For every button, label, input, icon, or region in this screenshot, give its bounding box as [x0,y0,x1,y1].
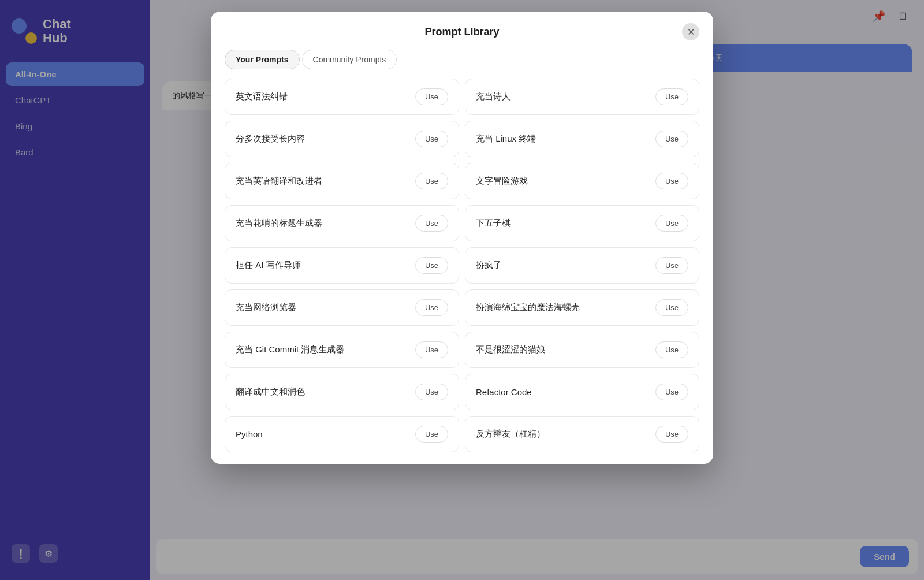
prompt-item: 充当花哨的标题生成器Use [225,205,459,241]
modal-overlay[interactable]: Prompt Library ✕ Your Prompts Community … [0,0,924,580]
prompt-item: 反方辩友（杠精）Use [465,416,699,452]
prompt-item: 充当网络浏览器Use [225,289,459,326]
prompt-item: 担任 AI 写作导师Use [225,247,459,284]
prompt-item: 扮演海绵宝宝的魔法海螺壳Use [465,289,699,326]
prompt-item: 文字冒险游戏Use [465,163,699,199]
prompt-name: 不是很涩涩的猫娘 [476,344,545,355]
use-prompt-button[interactable]: Use [655,384,688,400]
modal-close-button[interactable]: ✕ [682,23,699,40]
prompt-item: 充当英语翻译和改进者Use [225,163,459,199]
use-prompt-button[interactable]: Use [655,299,688,316]
prompt-name: 充当花哨的标题生成器 [236,218,322,229]
prompt-list: 英文语法纠错Use充当诗人Use分多次接受长内容Use充当 Linux 终端Us… [211,76,713,464]
prompt-name: Refactor Code [476,387,532,397]
prompt-name: Python [236,429,263,439]
use-prompt-button[interactable]: Use [415,131,448,147]
prompt-name: 充当网络浏览器 [236,302,296,313]
modal-title: Prompt Library [242,26,682,38]
prompt-library-modal: Prompt Library ✕ Your Prompts Community … [211,12,713,464]
prompt-name: 充当 Git Commit 消息生成器 [236,344,344,355]
prompt-item: 充当 Linux 终端Use [465,121,699,157]
prompt-item: 不是很涩涩的猫娘Use [465,332,699,368]
prompt-name: 充当诗人 [476,91,511,102]
tab-community-prompts[interactable]: Community Prompts [302,50,397,69]
prompt-name: 分多次接受长内容 [236,133,305,144]
use-prompt-button[interactable]: Use [415,88,448,105]
use-prompt-button[interactable]: Use [655,173,688,189]
use-prompt-button[interactable]: Use [415,299,448,316]
prompt-item: PythonUse [225,416,459,452]
use-prompt-button[interactable]: Use [655,341,688,358]
prompt-item: 充当诗人Use [465,79,699,115]
prompt-grid: 英文语法纠错Use充当诗人Use分多次接受长内容Use充当 Linux 终端Us… [225,79,699,452]
prompt-name: 扮疯子 [476,260,502,271]
use-prompt-button[interactable]: Use [415,341,448,358]
use-prompt-button[interactable]: Use [415,257,448,274]
use-prompt-button[interactable]: Use [415,215,448,232]
prompt-name: 文字冒险游戏 [476,176,528,187]
prompt-name: 翻译成中文和润色 [236,386,305,397]
prompt-name: 扮演海绵宝宝的魔法海螺壳 [476,302,580,313]
prompt-item: 分多次接受长内容Use [225,121,459,157]
use-prompt-button[interactable]: Use [415,173,448,189]
prompt-name: 英文语法纠错 [236,91,288,102]
prompt-name: 充当英语翻译和改进者 [236,176,322,187]
use-prompt-button[interactable]: Use [415,426,448,443]
prompt-name: 担任 AI 写作导师 [236,260,301,271]
modal-tabs: Your Prompts Community Prompts [211,40,713,76]
use-prompt-button[interactable]: Use [655,215,688,232]
prompt-name: 充当 Linux 终端 [476,133,536,144]
prompt-name: 下五子棋 [476,218,511,229]
use-prompt-button[interactable]: Use [655,426,688,443]
prompt-item: 英文语法纠错Use [225,79,459,115]
prompt-item: 翻译成中文和润色Use [225,374,459,410]
use-prompt-button[interactable]: Use [655,257,688,274]
prompt-item: 扮疯子Use [465,247,699,284]
prompt-item: Refactor CodeUse [465,374,699,410]
prompt-item: 充当 Git Commit 消息生成器Use [225,332,459,368]
tab-your-prompts[interactable]: Your Prompts [225,50,300,69]
use-prompt-button[interactable]: Use [415,384,448,400]
modal-header: Prompt Library ✕ [211,12,713,40]
prompt-item: 下五子棋Use [465,205,699,241]
use-prompt-button[interactable]: Use [655,88,688,105]
use-prompt-button[interactable]: Use [655,131,688,147]
prompt-name: 反方辩友（杠精） [476,429,545,440]
